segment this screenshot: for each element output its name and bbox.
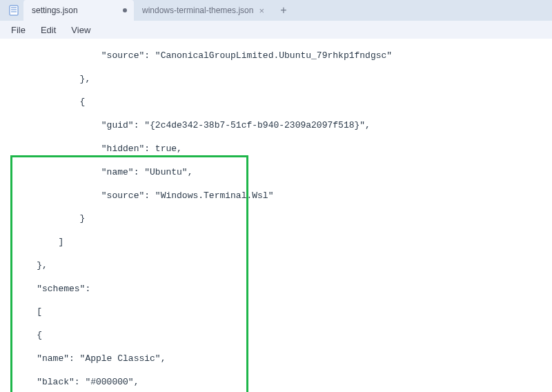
code-line: "source": "CanonicalGroupLimited.Ubuntu_… (15, 50, 552, 62)
menu-edit[interactable]: Edit (34, 23, 63, 37)
app-file-icon (4, 0, 23, 21)
dirty-indicator-icon (123, 8, 127, 12)
close-icon[interactable]: × (259, 6, 264, 16)
code-line: }, (15, 260, 552, 272)
code-line: { (15, 97, 552, 108)
code-line: "black": "#000000", (15, 377, 552, 389)
tab-label: settings.json (32, 6, 78, 15)
code-line: { (15, 330, 552, 342)
menu-bar: File Edit View (0, 21, 552, 39)
code-line: } (15, 213, 552, 225)
tab-label: windows-terminal-themes.json (142, 6, 253, 15)
code-line: }, (15, 74, 552, 86)
menu-file[interactable]: File (4, 23, 32, 37)
menu-view[interactable]: View (64, 23, 97, 37)
new-tab-button[interactable]: + (271, 0, 296, 21)
code-editor[interactable]: "source": "CanonicalGroupLimited.Ubuntu_… (0, 39, 552, 392)
tab-bar: settings.json windows-terminal-themes.js… (0, 0, 552, 21)
svg-rect-0 (10, 6, 18, 15)
code-line: "name": "Ubuntu", (15, 167, 552, 179)
tab-settings-json[interactable]: settings.json (23, 0, 134, 21)
code-line: "source": "Windows.Terminal.Wsl" (15, 190, 552, 202)
code-line: "hidden": true, (15, 144, 552, 155)
code-line: ] (15, 237, 552, 248)
code-line: "guid": "{2c4de342-38b7-51cf-b940-2309a2… (15, 120, 552, 132)
tab-windows-terminal-themes-json[interactable]: windows-terminal-themes.json × (134, 0, 271, 21)
code-line: [ (15, 306, 552, 318)
code-line: "name": "Apple Classic", (15, 353, 552, 365)
code-line: "schemes": (15, 284, 552, 295)
